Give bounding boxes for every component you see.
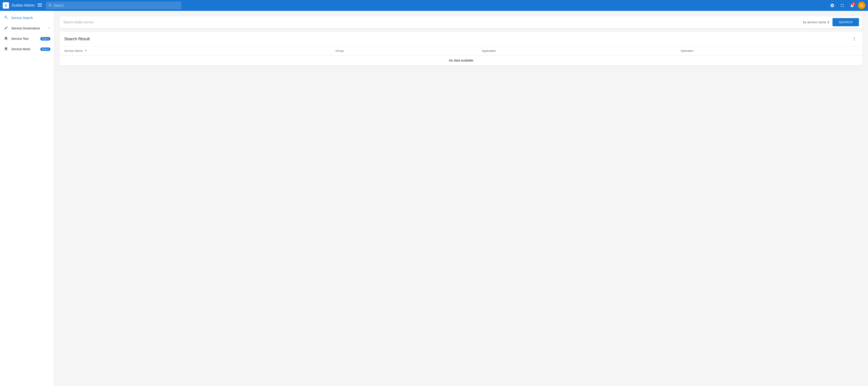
- feature-badge-mock: feature: [40, 48, 51, 51]
- gear-icon: [830, 3, 835, 8]
- column-group-label: Group: [335, 49, 344, 53]
- column-service-name-label: Service Name: [64, 49, 83, 53]
- results-panel: Search Result Service Name: [60, 32, 863, 66]
- navbar-right: 3 A: [828, 1, 865, 9]
- fullscreen-icon: [840, 3, 844, 8]
- content-area: by service name SEARCH Search Result: [54, 11, 868, 386]
- table-header-row: Service Name Group Application: [60, 47, 863, 55]
- svg-point-5: [854, 40, 855, 40]
- feature-badge-test: feature: [40, 37, 51, 40]
- sidebar-item-service-search[interactable]: Service Search: [0, 13, 54, 23]
- search-filter-selector[interactable]: by service name: [800, 20, 830, 24]
- svg-point-4: [854, 39, 855, 39]
- svg-rect-1: [37, 4, 42, 5]
- sidebar-item-label-service-mock: Service Mock: [11, 47, 37, 51]
- results-table-body: No data available: [60, 55, 863, 66]
- search-bar-container: by service name SEARCH: [60, 16, 863, 28]
- sort-icon-service-name: [84, 49, 87, 53]
- sidebar-item-service-governance[interactable]: Service Governance: [0, 23, 54, 33]
- sidebar-item-label-service-test: Service Test: [11, 37, 37, 40]
- search-sidebar-icon: [4, 16, 9, 21]
- service-search-input[interactable]: [63, 20, 798, 24]
- column-operation: Operation: [676, 47, 863, 55]
- svg-point-3: [854, 37, 855, 38]
- app-logo: D: [3, 2, 9, 9]
- sidebar: Service Search Service Governance: [0, 11, 54, 386]
- filter-arrows-icon: [827, 20, 830, 24]
- column-service-name[interactable]: Service Name: [60, 47, 331, 55]
- column-group: Group: [331, 47, 477, 55]
- sidebar-item-service-test[interactable]: Service Test feature: [0, 33, 54, 44]
- top-navbar: D Dubbo Admin 3: [0, 0, 868, 11]
- hamburger-icon: [37, 3, 42, 7]
- sidebar-item-label-service-search: Service Search: [11, 16, 51, 20]
- table-row-no-data: No data available: [60, 55, 863, 66]
- column-application: Application: [477, 47, 676, 55]
- column-application-label: Application: [482, 49, 496, 53]
- results-table: Service Name Group Application: [60, 47, 863, 66]
- results-header: Search Result: [60, 32, 863, 47]
- chevron-down-icon: [47, 27, 51, 30]
- column-operation-label: Operation: [681, 49, 694, 53]
- menu-icon[interactable]: [37, 3, 42, 8]
- sidebar-item-service-mock[interactable]: Service Mock feature: [0, 44, 54, 54]
- app-title: Dubbo Admin: [12, 3, 35, 8]
- more-vert-icon: [852, 37, 857, 41]
- svg-rect-2: [37, 6, 42, 6]
- monitor-test-icon: [4, 36, 9, 41]
- navbar-search-input[interactable]: [54, 4, 179, 7]
- navbar-search-box[interactable]: [46, 2, 181, 9]
- svg-rect-0: [37, 3, 42, 4]
- sidebar-item-label-service-governance: Service Governance: [11, 27, 44, 30]
- edit-icon: [4, 26, 9, 31]
- user-avatar[interactable]: A: [858, 2, 865, 9]
- notification-button[interactable]: 3: [848, 1, 856, 9]
- filter-label: by service name: [803, 20, 826, 24]
- fullscreen-button[interactable]: [838, 1, 846, 9]
- notification-badge: 3: [852, 2, 855, 6]
- monitor-mock-icon: [4, 47, 9, 52]
- search-button[interactable]: SEARCH: [833, 18, 859, 26]
- results-title: Search Result: [64, 37, 90, 41]
- no-data-message: No data available: [60, 55, 863, 66]
- more-options-button[interactable]: [851, 35, 858, 42]
- settings-button[interactable]: [828, 1, 836, 9]
- main-layout: Service Search Service Governance: [0, 11, 868, 386]
- search-icon: [49, 4, 52, 7]
- results-table-header: Service Name Group Application: [60, 47, 863, 55]
